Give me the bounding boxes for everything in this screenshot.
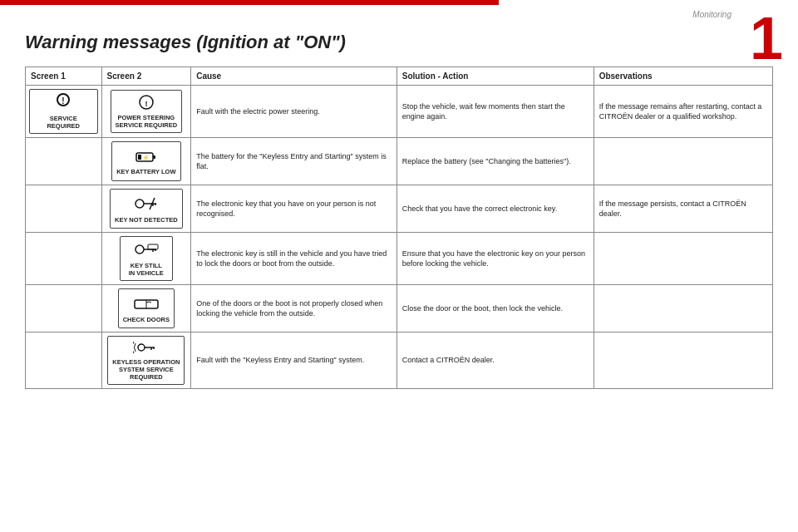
check-doors-icon: CHECK DOORS	[118, 288, 175, 328]
obs-cell	[594, 138, 772, 185]
header-screen1: Screen 1	[26, 67, 102, 86]
obs-cell	[594, 332, 772, 389]
icon-label: SYSTEM SERVICE	[119, 366, 174, 373]
obs-cell: If the message persists, contact a CITRO…	[594, 185, 772, 233]
power-steering-icon: ! POWER STEERING SERVICE REQUIRED	[111, 90, 182, 133]
solution-text: Replace the battery (see "Changing the b…	[402, 157, 571, 165]
solution-text: Close the door or the boot, then lock th…	[402, 304, 563, 313]
icon-label: KEY BATTERY LOW	[116, 168, 175, 175]
cause-cell: The electronic key that you have on your…	[191, 185, 397, 233]
header-cause: Cause	[191, 67, 397, 86]
cause-cell: Fault with the electric power steering.	[191, 86, 397, 138]
screen2-cell: ! POWER STEERING SERVICE REQUIRED	[101, 86, 191, 138]
keyless-operation-icon: KEYLESS OPERATION SYSTEM SERVICE REQUIRE…	[107, 336, 185, 385]
screen1-cell	[26, 185, 102, 233]
obs-cell: If the message remains after restarting,…	[594, 86, 772, 138]
cause-cell: The battery for the "Keyless Entry and S…	[191, 138, 397, 185]
cause-text: Fault with the "Keyless Entry and Starti…	[196, 356, 364, 364]
icon-label: KEYLESS OPERATION	[112, 358, 180, 366]
cause-cell: One of the doors or the boot is not prop…	[191, 285, 397, 332]
warning-table-container: Screen 1 Screen 2 Cause Solution - Actio…	[25, 66, 773, 515]
svg-rect-17	[148, 244, 158, 249]
icon-label: POWER STEERING	[117, 114, 175, 121]
icon-symbol: !	[52, 93, 75, 113]
table-row: ! SERVICE REQUIRED !	[26, 86, 773, 138]
screen2-cell: KEY NOT DETECTED	[101, 185, 191, 233]
obs-text: If the message remains after restarting,…	[599, 102, 762, 121]
icon-label: CHECK DOORS	[123, 316, 170, 323]
key-still-in-vehicle-icon: KEY STILL IN VEHICLE	[120, 236, 173, 281]
svg-rect-5	[153, 155, 155, 159]
table-row: KEYLESS OPERATION SYSTEM SERVICE REQUIRE…	[26, 332, 773, 389]
icon-label: SERVICE REQUIRED	[116, 121, 177, 129]
table-row: ⚡ KEY BATTERY LOW The battery for the "K…	[26, 138, 773, 185]
solution-text: Stop the vehicle, wait few moments then …	[402, 102, 565, 121]
icon-label: KEY STILL	[131, 262, 162, 269]
solution-cell: Contact a CITROËN dealer.	[397, 332, 594, 389]
svg-text:!: !	[145, 100, 147, 108]
section-number: 1	[750, 8, 783, 68]
table-row: CHECK DOORS One of the doors or the boot…	[26, 285, 773, 332]
screen2-cell: KEY STILL IN VEHICLE	[101, 233, 191, 285]
screen2-cell: CHECK DOORS	[101, 285, 191, 332]
svg-text:⚡: ⚡	[141, 154, 149, 161]
screen2-cell: ⚡ KEY BATTERY LOW	[101, 138, 191, 185]
cause-text: The electronic key is still in the vehic…	[196, 249, 387, 268]
icon-symbol	[131, 195, 161, 214]
solution-cell: Ensure that you have the electronic key …	[397, 233, 594, 285]
solution-cell: Check that you have the correct electron…	[397, 185, 594, 233]
cause-cell: Fault with the "Keyless Entry and Starti…	[191, 332, 397, 389]
solution-cell: Replace the battery (see "Changing the b…	[397, 138, 594, 185]
icon-symbol: ⚡	[133, 148, 160, 166]
screen1-cell	[26, 285, 102, 332]
cause-text: One of the doors or the boot is not prop…	[196, 299, 382, 318]
svg-text:!: !	[62, 96, 65, 106]
page-title: Warning messages (Ignition at "ON")	[25, 32, 346, 53]
obs-cell	[594, 233, 772, 285]
chapter-label: Monitoring	[692, 10, 732, 19]
key-battery-low-icon: ⚡ KEY BATTERY LOW	[111, 141, 180, 181]
cause-text: The electronic key that you have on your…	[196, 200, 376, 218]
screen1-cell	[26, 332, 102, 389]
icon-symbol	[131, 294, 161, 314]
icon-label: SERVICE REQUIRED	[34, 115, 93, 130]
solution-text: Contact a CITROËN dealer.	[402, 356, 495, 364]
solution-cell: Stop the vehicle, wait few moments then …	[397, 86, 594, 138]
svg-rect-6	[138, 155, 141, 160]
svg-point-8	[135, 200, 144, 208]
screen1-cell	[26, 233, 102, 285]
svg-point-13	[135, 245, 144, 254]
service-required-icon: ! SERVICE REQUIRED	[29, 89, 98, 134]
icon-symbol	[131, 240, 161, 260]
solution-cell: Close the door or the boot, then lock th…	[397, 285, 594, 332]
table-row: KEY STILL IN VEHICLE The electronic key …	[26, 233, 773, 285]
icon-label: KEY NOT DETECTED	[115, 216, 178, 224]
screen1-cell: ! SERVICE REQUIRED	[26, 86, 102, 138]
svg-point-20	[138, 344, 145, 351]
icon-symbol: !	[133, 94, 160, 112]
top-red-bar	[0, 0, 499, 5]
screen1-cell	[26, 138, 102, 185]
cause-text: Fault with the electric power steering.	[196, 107, 320, 116]
solution-text: Check that you have the correct electron…	[402, 204, 557, 213]
key-not-detected-icon: KEY NOT DETECTED	[110, 189, 183, 229]
obs-cell	[594, 285, 772, 332]
cause-cell: The electronic key is still in the vehic…	[191, 233, 397, 285]
obs-text: If the message persists, contact a CITRO…	[599, 200, 746, 218]
icon-label: IN VEHICLE	[129, 269, 164, 277]
header-screen2: Screen 2	[101, 67, 191, 86]
solution-text: Ensure that you have the electronic key …	[402, 249, 585, 268]
header-solution: Solution - Action	[397, 67, 594, 86]
icon-symbol	[133, 340, 160, 357]
cause-text: The battery for the "Keyless Entry and S…	[196, 152, 387, 170]
screen2-cell: KEYLESS OPERATION SYSTEM SERVICE REQUIRE…	[101, 332, 191, 389]
warning-table: Screen 1 Screen 2 Cause Solution - Actio…	[25, 66, 773, 389]
header-observations: Observations	[594, 67, 772, 86]
table-row: KEY NOT DETECTED The electronic key that…	[26, 185, 773, 233]
icon-label: REQUIRED	[130, 373, 163, 381]
